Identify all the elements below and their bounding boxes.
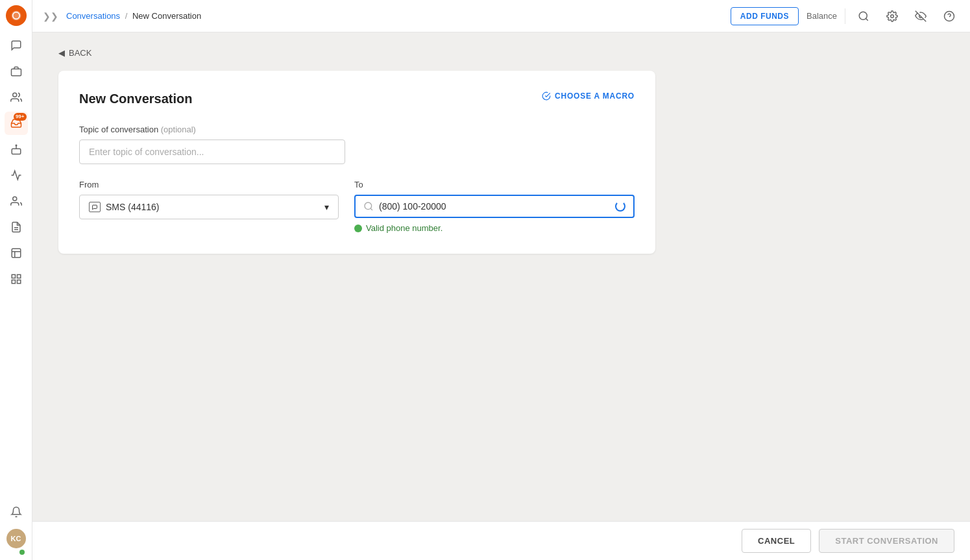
from-field-group: From SMS (44116) ▾: [79, 180, 339, 219]
footer: CANCEL START CONVERSATION: [32, 521, 970, 560]
sidebar-item-contacts[interactable]: [5, 86, 28, 109]
macro-icon: [542, 91, 551, 101]
choose-macro-label: CHOOSE A MACRO: [555, 91, 635, 101]
expand-chevron[interactable]: ❯❯: [43, 11, 58, 21]
sidebar-item-conversations[interactable]: [5, 34, 28, 57]
sidebar-item-bots[interactable]: [5, 138, 28, 161]
svg-line-16: [866, 18, 867, 20]
from-to-row: From SMS (44116) ▾ To: [79, 180, 635, 233]
valid-msg-text: Valid phone number.: [366, 223, 443, 233]
notifications-icon[interactable]: [910, 6, 931, 27]
sidebar-item-analytics[interactable]: [5, 164, 28, 187]
sidebar-item-inbox[interactable]: 99+: [5, 112, 28, 135]
svg-rect-3: [12, 149, 21, 154]
svg-rect-11: [12, 274, 15, 278]
back-label: BACK: [69, 48, 91, 58]
to-phone-input[interactable]: [379, 201, 610, 212]
sidebar-item-grid[interactable]: [5, 267, 28, 291]
back-button[interactable]: ◀ BACK: [58, 48, 944, 58]
choose-macro-button[interactable]: CHOOSE A MACRO: [542, 91, 635, 101]
nav-divider: [845, 8, 845, 24]
svg-point-15: [859, 12, 867, 19]
sidebar: 99+ KC: [0, 0, 32, 560]
svg-rect-13: [17, 280, 20, 284]
dropdown-chevron-icon: ▾: [324, 202, 329, 212]
card-title: New Conversation: [79, 91, 192, 106]
from-value: SMS (44116): [106, 202, 159, 212]
inbox-badge: 99+: [14, 113, 27, 121]
to-search-icon: [363, 201, 374, 212]
breadcrumb: Conversations / New Conversation: [66, 11, 201, 21]
online-status-dot: [19, 550, 25, 555]
to-input-wrapper: [354, 195, 635, 218]
sidebar-notifications[interactable]: [5, 500, 28, 524]
topic-field-group: Topic of conversation (optional): [79, 125, 635, 180]
from-label: From: [79, 180, 339, 189]
sidebar-item-tickets[interactable]: [5, 60, 28, 83]
svg-rect-12: [17, 274, 20, 278]
svg-point-17: [891, 14, 894, 18]
main-area: ❯❯ Conversations / New Conversation ADD …: [32, 0, 970, 560]
app-logo[interactable]: [6, 5, 27, 26]
help-icon[interactable]: [939, 6, 960, 27]
breadcrumb-conversations-link[interactable]: Conversations: [66, 11, 120, 21]
from-select-left: SMS (44116): [89, 202, 159, 212]
svg-rect-14: [12, 280, 15, 284]
svg-point-2: [12, 93, 16, 97]
topic-optional: (optional): [161, 125, 196, 134]
topic-label: Topic of conversation (optional): [79, 125, 635, 134]
cancel-button[interactable]: CANCEL: [742, 529, 811, 553]
from-select[interactable]: SMS (44116) ▾: [79, 195, 339, 219]
balance-label: Balance: [806, 11, 837, 21]
new-conversation-card: New Conversation CHOOSE A MACRO Topic of…: [58, 71, 655, 254]
svg-point-5: [12, 197, 16, 201]
valid-phone-message: Valid phone number.: [354, 223, 635, 233]
svg-point-4: [16, 145, 17, 146]
svg-rect-8: [12, 249, 21, 258]
settings-icon[interactable]: [882, 6, 903, 27]
svg-point-21: [365, 202, 372, 210]
user-avatar[interactable]: KC: [6, 529, 26, 548]
search-icon[interactable]: [853, 6, 874, 27]
breadcrumb-separator: /: [125, 11, 128, 21]
sidebar-item-reports[interactable]: [5, 215, 28, 239]
top-navigation: ❯❯ Conversations / New Conversation ADD …: [32, 0, 970, 32]
breadcrumb-current: New Conversation: [132, 11, 201, 21]
topic-input[interactable]: [79, 140, 345, 164]
add-funds-button[interactable]: ADD FUNDS: [731, 7, 799, 25]
loading-spinner: [615, 201, 625, 212]
to-field-group: To Valid phone number.: [354, 180, 635, 233]
main-content: ◀ BACK New Conversation CHOOSE A MACRO T…: [32, 32, 970, 521]
svg-line-22: [370, 208, 372, 210]
back-arrow-icon: ◀: [58, 48, 65, 58]
sidebar-item-teams[interactable]: [5, 189, 28, 213]
sidebar-item-orders[interactable]: [5, 241, 28, 265]
svg-rect-1: [11, 69, 21, 76]
card-header: New Conversation CHOOSE A MACRO: [79, 91, 635, 106]
to-label: To: [354, 180, 635, 189]
valid-dot-icon: [354, 225, 362, 232]
sms-icon: [89, 202, 101, 212]
start-conversation-button[interactable]: START CONVERSATION: [819, 529, 954, 553]
